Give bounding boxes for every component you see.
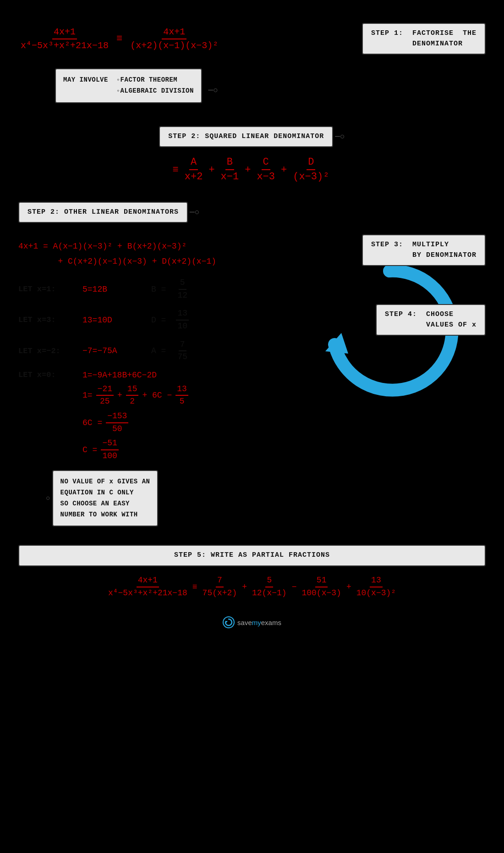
let-xm2-label: LET x=−2: — [18, 347, 73, 355]
term-c-num: C — [262, 156, 270, 170]
step5-t2-den: 12(x−1) — [251, 587, 288, 598]
main-lhs-denominator: x⁴−5x³+x²+21x−18 — [19, 39, 110, 51]
let-x3-result-label: D = — [151, 316, 166, 325]
step5-minus: − — [292, 582, 297, 592]
sub-frac1-den: 25 — [99, 396, 111, 407]
term-d-num: D — [307, 156, 315, 170]
b-num: 5 — [179, 278, 186, 290]
note1-box: MAY INVOLVE ◦FACTOR THEOREM ◦ALGEBRAIC D… — [55, 68, 202, 103]
main-lhs-numerator: 4x+1 — [52, 27, 77, 39]
step2a-arrow: ─○ — [335, 132, 345, 141]
term-a-num: A — [189, 156, 198, 170]
main-rhs-denominator: (x+2)(x−1)(x−3)² — [129, 39, 219, 51]
plus2: + — [245, 164, 251, 176]
plus-sign-1: + — [117, 391, 122, 400]
note2-box: NO VALUE OF x GIVES AN EQUATION IN C ONL… — [52, 470, 159, 526]
step5-t3-num: 51 — [315, 576, 328, 587]
step2a-box: STEP 2: SQUARED LINEAR DENOMINATOR — [159, 126, 333, 148]
a-den: 75 — [176, 351, 189, 362]
step5-t1-num: 7 — [216, 576, 224, 587]
term-a-den: x+2 — [183, 170, 204, 183]
step5-lhs-num: 4x+1 — [137, 576, 159, 587]
step2b-arrow: ─○ — [190, 208, 200, 217]
step4-box: STEP 4: CHOOSE VALUES OF x — [376, 304, 486, 336]
term-d-den: (x−3)² — [291, 170, 330, 183]
let-x3-eq: 13=10D — [82, 316, 142, 325]
step5-t4-den: 10(x−3)² — [355, 587, 397, 598]
step5-t4-num: 13 — [370, 576, 383, 587]
a-num: 7 — [179, 340, 186, 352]
d-num: 13 — [176, 309, 189, 321]
main-formula: 4x+1 x⁴−5x³+x²+21x−18 ≡ 4x+1 (x+2)(x−1)(… — [18, 27, 220, 51]
c-label: C = — [82, 445, 97, 454]
c-num: −51 — [101, 438, 118, 450]
note1-arrow: ─○ — [208, 86, 218, 95]
step5-equiv: ≡ — [192, 582, 197, 592]
term-c-den: x−3 — [255, 170, 276, 183]
step5-plus2: + — [346, 582, 351, 592]
step2b-box: STEP 2: OTHER LINEAR DENOMINATORS — [18, 202, 188, 223]
plus1: + — [208, 164, 214, 176]
page: 4x+1 x⁴−5x³+x²+21x−18 ≡ 4x+1 (x+2)(x−1)(… — [0, 0, 504, 853]
let-xm2-eq: −7=−75A — [82, 346, 142, 355]
step5-lhs-den: x⁴−5x³+x²+21x−18 — [107, 587, 189, 598]
c-den: 100 — [101, 450, 118, 461]
let-x1-eq: 5=12B — [82, 285, 142, 294]
sixc-num: −153 — [106, 411, 128, 423]
brand-logo — [223, 616, 235, 628]
sixc-label: 6C = — [82, 418, 102, 427]
note2-bullet: ○ — [46, 494, 50, 503]
sixc-den: 50 — [111, 423, 124, 434]
note2-line3: SO CHOOSE AN EASY — [60, 500, 130, 507]
b-den: 12 — [176, 290, 189, 301]
sub-frac3-num: 13 — [175, 384, 188, 396]
d-den: 10 — [176, 321, 189, 332]
sub-frac2-den: 2 — [128, 396, 136, 407]
let-x0-eq: 1=−9A+18B+6C−2D — [82, 371, 157, 380]
branding: savemyexams — [18, 616, 486, 628]
sub-frac3-den: 5 — [178, 396, 186, 407]
step5-t3-den: 100(x−3) — [300, 587, 342, 598]
let-x1-label: LET x=1: — [18, 285, 73, 294]
brand-text: savemyexams — [237, 619, 281, 626]
let-xm2-result-label: A = — [151, 346, 166, 355]
sub-frac1-num: −21 — [96, 384, 114, 396]
main-rhs-numerator: 4x+1 — [162, 27, 186, 39]
step3-box: STEP 3: MULTIPLY BY DENOMINATOR — [362, 234, 486, 266]
plus-sign-2: + 6C − — [142, 391, 172, 400]
equiv-sign: ≡ — [116, 33, 122, 44]
note2-line4: NUMBER TO WORK WITH — [60, 511, 138, 518]
note2-line2: EQUATION IN C ONLY — [60, 489, 134, 496]
plus3: + — [281, 164, 287, 176]
let-x0-label: LET x=0: — [18, 371, 73, 379]
note2-line1: NO VALUE OF x GIVES AN — [60, 478, 150, 485]
step5-plus1: + — [242, 582, 247, 592]
step1-box: STEP 1: FACTORISE THE DENOMINATOR — [362, 23, 486, 55]
term-b-num: B — [225, 156, 234, 170]
step5-t1-den: 75(x+2) — [201, 587, 239, 598]
note1-text: MAY INVOLVE ◦FACTOR THEOREM ◦ALGEBRAIC D… — [63, 76, 194, 94]
term-b-den: x−1 — [219, 170, 241, 183]
step5-box: STEP 5: WRITE AS PARTIAL FRACTIONS — [18, 545, 486, 566]
step5-label: STEP 5: WRITE AS PARTIAL FRACTIONS — [174, 551, 330, 559]
step2a-equiv: ≡ — [173, 164, 179, 176]
step5-t2-num: 5 — [265, 576, 273, 587]
brand-logo-svg — [225, 618, 233, 626]
let-x0-line2-start: 1= — [82, 391, 93, 400]
let-x3-label: LET x=3: — [18, 316, 73, 324]
step2b-label: STEP 2: OTHER LINEAR DENOMINATORS — [27, 208, 179, 216]
sub-frac2-num: 15 — [126, 384, 139, 396]
step2a-label: STEP 2: SQUARED LINEAR DENOMINATOR — [168, 133, 324, 140]
let-x1-result-label: B = — [151, 285, 166, 294]
